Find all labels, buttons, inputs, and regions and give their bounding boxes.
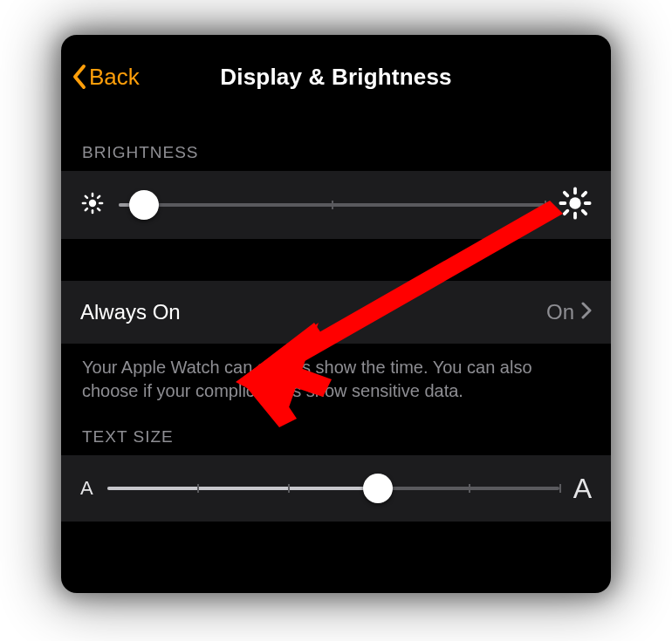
svg-line-7 [86,208,87,210]
brightness-slider[interactable] [119,188,545,222]
svg-line-14 [565,193,567,195]
svg-line-8 [98,196,99,198]
always-on-description: Your Apple Watch can always show the tim… [61,344,611,412]
text-size-slider[interactable] [107,471,559,506]
svg-point-0 [89,200,96,207]
always-on-row[interactable]: Always On On [61,281,611,344]
sun-dim-icon [80,191,105,219]
svg-line-16 [565,211,567,214]
chevron-right-icon [581,300,592,324]
text-size-section-label: TEXT SIZE [61,412,611,455]
brightness-section-label: BRIGHTNESS [61,120,611,171]
brightness-slider-thumb[interactable] [129,190,159,220]
sun-bright-icon [559,187,592,223]
text-size-slider-thumb[interactable] [363,474,393,503]
always-on-label: Always On [80,300,181,324]
text-size-large-letter: A [573,473,592,505]
page-title: Display & Brightness [61,64,611,91]
text-size-slider-row: A A [61,455,611,522]
svg-line-6 [98,208,99,210]
brightness-slider-row [61,171,611,239]
svg-line-17 [583,193,586,195]
svg-line-5 [86,196,87,198]
svg-point-9 [569,197,580,208]
text-size-small-letter: A [80,477,93,500]
always-on-value: On [546,300,574,324]
svg-line-15 [583,211,586,214]
